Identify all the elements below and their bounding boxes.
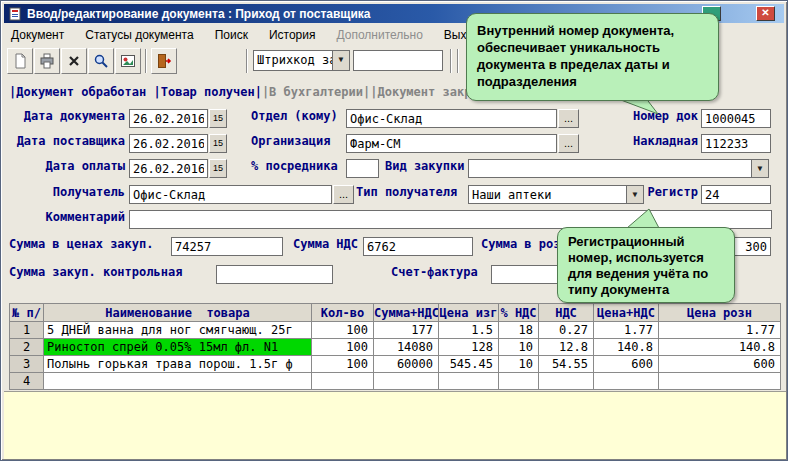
qty-cell[interactable]: 100 bbox=[312, 339, 374, 356]
receiver-type-label: Тип получателя bbox=[356, 185, 457, 204]
flag-in-accounting: |В бухгалтерии| bbox=[262, 85, 370, 99]
receiver-input[interactable] bbox=[129, 185, 332, 204]
nds-cell[interactable] bbox=[539, 373, 594, 390]
print-button[interactable] bbox=[34, 48, 60, 74]
register-tooltip-text: Регистрационный номер, используется для … bbox=[568, 234, 708, 297]
delete-button[interactable] bbox=[61, 48, 87, 74]
report-icon bbox=[120, 53, 136, 69]
item-name-cell[interactable] bbox=[44, 373, 312, 390]
exit-door-icon bbox=[156, 53, 172, 69]
price-mfg-cell[interactable]: 545.45 bbox=[439, 356, 499, 373]
menu-history[interactable]: История bbox=[269, 28, 316, 42]
print-icon bbox=[39, 53, 55, 69]
register-label: Регистр bbox=[632, 185, 698, 204]
price-with-nds-cell[interactable] bbox=[594, 373, 659, 390]
chevron-down-icon[interactable]: ▼ bbox=[332, 51, 349, 70]
table-row[interactable]: 3 Полынь горькая трава порош. 1.5г ф 100… bbox=[10, 356, 781, 373]
price-mfg-cell[interactable] bbox=[439, 373, 499, 390]
purchase-kind-combobox[interactable]: ▼ bbox=[468, 159, 769, 178]
nds-cell[interactable]: 12.8 bbox=[539, 339, 594, 356]
qty-cell[interactable]: 100 bbox=[312, 322, 374, 339]
doc-date-calendar-button[interactable]: 15 bbox=[209, 109, 227, 128]
doc-date-input[interactable] bbox=[129, 109, 208, 128]
nds-sum-label: Сумма НДС bbox=[293, 237, 358, 256]
exit-button[interactable] bbox=[151, 48, 177, 74]
organization-input[interactable] bbox=[346, 134, 557, 153]
nds-sum-input[interactable] bbox=[363, 237, 473, 256]
flag-document-processed: |Документ обработан bbox=[9, 85, 154, 99]
organization-browse-button[interactable]: ... bbox=[558, 134, 579, 153]
table-row[interactable]: 4 bbox=[10, 373, 781, 390]
table-row[interactable]: 1 5 ДНЕЙ ванна для ног смягчающ. 25г 100… bbox=[10, 322, 781, 339]
purchase-sum-input[interactable] bbox=[171, 237, 283, 256]
col-price-mfg: Цена изг bbox=[439, 304, 499, 322]
menu-search[interactable]: Поиск bbox=[215, 28, 248, 42]
item-name-cell[interactable]: Риностоп спрей 0.05% 15мл фл. N1 bbox=[44, 339, 312, 356]
price-with-nds-cell[interactable]: 140.8 bbox=[594, 339, 659, 356]
sum-nds-cell[interactable]: 14080 bbox=[374, 339, 439, 356]
nds-cell[interactable]: 0.27 bbox=[539, 322, 594, 339]
control-sum-input[interactable] bbox=[216, 265, 333, 284]
middleman-pct-input[interactable] bbox=[346, 159, 379, 178]
price-retail-cell[interactable]: 600 bbox=[659, 356, 781, 373]
price-retail-cell[interactable]: 1.77 bbox=[659, 322, 781, 339]
pay-date-input[interactable] bbox=[129, 159, 208, 178]
chevron-down-icon[interactable]: ▼ bbox=[751, 160, 768, 178]
receiver-label: Получатель bbox=[9, 185, 125, 204]
pay-date-calendar-button[interactable]: 15 bbox=[209, 159, 227, 178]
toolbar-separator bbox=[450, 49, 452, 73]
supplier-date-input[interactable] bbox=[129, 134, 208, 153]
delete-icon bbox=[66, 53, 82, 69]
app-window: Ввод/редактирование документа : Приход о… bbox=[0, 0, 788, 461]
pct-nds-cell[interactable]: 10 bbox=[499, 356, 539, 373]
close-button[interactable]: ✕ bbox=[756, 6, 775, 21]
invoice-number-input[interactable] bbox=[701, 134, 771, 153]
item-name-cell[interactable]: Полынь горькая трава порош. 1.5г ф bbox=[44, 356, 312, 373]
search-button[interactable] bbox=[88, 48, 114, 74]
receiver-browse-button[interactable]: ... bbox=[333, 185, 354, 204]
sum-nds-cell[interactable]: 177 bbox=[374, 322, 439, 339]
menu-document-statuses[interactable]: Статусы документа bbox=[85, 28, 193, 42]
price-mfg-cell[interactable]: 128 bbox=[439, 339, 499, 356]
price-retail-cell[interactable]: 140.8 bbox=[659, 339, 781, 356]
barcode-mode-combobox[interactable]: Штрихкод заво ▼ bbox=[253, 50, 350, 71]
doc-number-input[interactable] bbox=[701, 109, 771, 128]
toolbar-separator bbox=[246, 49, 248, 73]
sum-nds-cell[interactable] bbox=[374, 373, 439, 390]
table-row[interactable]: 2 Риностоп спрей 0.05% 15мл фл. N1 100 1… bbox=[10, 339, 781, 356]
comment-label: Комментарий bbox=[9, 210, 125, 229]
item-name-cell[interactable]: 5 ДНЕЙ ванна для ног смягчающ. 25г bbox=[44, 322, 312, 339]
pct-nds-cell[interactable]: 18 bbox=[499, 322, 539, 339]
menu-additional[interactable]: Дополнительно bbox=[336, 28, 422, 42]
department-browse-button[interactable]: ... bbox=[558, 109, 579, 128]
supplier-date-calendar-button[interactable]: 15 bbox=[209, 134, 227, 153]
col-nds: НДС bbox=[539, 304, 594, 322]
price-retail-cell[interactable] bbox=[659, 373, 781, 390]
menu-document[interactable]: Документ bbox=[11, 28, 64, 42]
qty-cell[interactable] bbox=[312, 373, 374, 390]
col-sum-nds: Сумма+НДС bbox=[374, 304, 439, 322]
row-number: 2 bbox=[10, 339, 44, 356]
register-tooltip: Регистрационный номер, используется для … bbox=[557, 227, 735, 303]
barcode-input[interactable] bbox=[353, 50, 443, 71]
sum-nds-cell[interactable]: 60000 bbox=[374, 356, 439, 373]
search-icon bbox=[93, 53, 109, 69]
col-name: Наименование товара bbox=[44, 304, 312, 322]
pct-nds-cell[interactable] bbox=[499, 373, 539, 390]
price-mfg-cell[interactable]: 1.5 bbox=[439, 322, 499, 339]
nds-cell[interactable]: 54.55 bbox=[539, 356, 594, 373]
row-number: 4 bbox=[10, 373, 44, 390]
receiver-type-combobox[interactable]: Наши аптеки ▼ bbox=[468, 185, 644, 204]
price-with-nds-cell[interactable]: 1.77 bbox=[594, 322, 659, 339]
receiver-type-value: Наши аптеки bbox=[472, 188, 551, 202]
report-button[interactable] bbox=[115, 48, 141, 74]
pct-nds-cell[interactable]: 10 bbox=[499, 339, 539, 356]
department-input[interactable] bbox=[346, 109, 557, 128]
bottom-panel bbox=[4, 391, 786, 459]
col-price-with-nds: Цена+НДС bbox=[594, 304, 659, 322]
register-input[interactable] bbox=[701, 185, 771, 204]
new-document-button[interactable] bbox=[7, 48, 33, 74]
window-title: Ввод/редактирование документа : Приход о… bbox=[27, 7, 371, 21]
price-with-nds-cell[interactable]: 600 bbox=[594, 356, 659, 373]
qty-cell[interactable]: 100 bbox=[312, 356, 374, 373]
